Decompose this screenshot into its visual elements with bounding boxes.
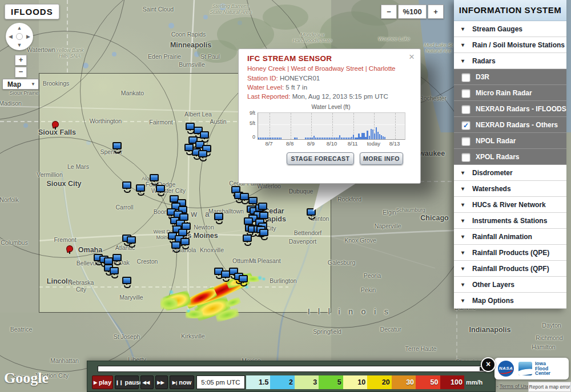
stream-sensor-marker[interactable] [127,236,136,244]
sidebar-section-instruments-stations[interactable]: ▾Instruments & Stations [454,213,566,229]
stream-sensor-marker[interactable] [184,144,194,151]
map-label: Minneapolis [170,41,211,49]
stream-sensor-marker[interactable] [136,184,145,192]
caret-down-icon: ▾ [461,165,464,181]
stream-sensor-marker[interactable] [122,277,131,284]
scale-segment-2: 2 [270,375,294,389]
stream-sensor-marker[interactable] [112,142,122,149]
caret-down-icon: ▾ [461,181,464,197]
section-label: Watersheds [472,185,511,193]
stream-sensor-marker[interactable] [243,235,252,242]
forward-button[interactable]: ▶▶ [155,375,168,389]
pan-right-icon[interactable]: ▶ [26,34,30,39]
sidebar-section-other-layers[interactable]: ▾Other Layers [454,277,566,293]
stream-sensor-marker[interactable] [156,185,165,192]
terms-of-use-link[interactable]: Terms of Use [500,383,530,389]
sidebar-section-rainfall-products-qpe[interactable]: ▾Rainfall Products (QPE) [454,245,566,261]
map-label: St Joseph [114,333,140,340]
play-button[interactable]: ▶play [92,375,113,389]
forward-icon: ▶▶ [157,380,164,385]
map-pan-control[interactable]: ▲ ▼ ◀ ▶ [6,23,33,50]
radar-option-micro-rain-radar[interactable]: Micro Rain Radar [454,85,566,101]
pan-up-icon[interactable]: ▲ [17,25,22,31]
scale-segment-50: 50 [416,375,440,389]
timeline-slider-track[interactable] [98,366,487,372]
map-label: Springfield [313,328,341,335]
opacity-plus-button[interactable]: + [428,5,444,19]
pan-down-icon[interactable]: ▼ [17,42,22,48]
popup-station-id: Station ID: HONEYCR01 [247,75,320,82]
section-label: HUCs & River Network [472,201,546,209]
radar-option-nexrad-radars-ifloods[interactable]: NEXRAD Radars - IFLOODS [454,101,566,117]
zoom-in-button[interactable]: + [15,55,27,66]
sidebar-section-radars[interactable]: ▾Radars [454,53,566,69]
sidebar-section-watersheds[interactable]: ▾Watersheds [454,181,566,197]
checkbox[interactable] [461,153,471,162]
section-label: Other Layers [472,281,514,289]
sensor-info-popup: × IFC STREAM SENSOR Honey Creek | West o… [238,49,421,184]
radar-option-xpol-radars[interactable]: XPOL Radars [454,149,566,165]
popup-close-icon[interactable]: × [409,51,415,63]
panel-close-button[interactable]: × [481,357,496,372]
radar-option-nexrad-radars-others[interactable]: ✓NEXRAD Radars - Others [454,117,566,133]
checkbox[interactable] [461,89,471,98]
pause-button[interactable]: ❙❙pause [115,375,139,389]
stream-sensor-marker[interactable] [239,275,248,282]
stream-sensor-marker[interactable] [248,197,258,204]
section-label: Stream Gauges [472,25,522,33]
more-info-button[interactable]: MORE INFO [360,152,403,165]
stream-sensor-marker[interactable] [180,238,190,245]
map-label: Naperville [375,223,401,229]
rainfall-cell [160,298,178,309]
map-label: Rochester [419,95,447,102]
checkbox[interactable]: ✓ [461,121,471,130]
stream-sensor-marker[interactable] [198,150,207,157]
stream-sensor-marker[interactable] [122,181,131,189]
sidebar-section-rainfall-products-qpf[interactable]: ▾Rainfall Products (QPF) [454,261,566,277]
stream-sensor-marker[interactable] [240,193,249,200]
pan-left-icon[interactable]: ◀ [9,34,13,39]
sidebar-section-disdrometer[interactable]: ▾Disdrometer [454,165,566,181]
map-type-dropdown[interactable]: Map ▼ [2,79,39,90]
map-label: Le Mars [67,163,89,170]
report-map-error-link[interactable]: Report a map error [528,382,571,392]
sidebar-section-map-options[interactable]: ▾Map Options [454,293,566,309]
opacity-minus-button[interactable]: − [381,5,397,19]
stream-sensor-marker[interactable] [150,174,159,181]
animation-control-panel: ▶play ❙❙pause ◀◀ ▶▶ ▶|now 5:05 pm UTC 1.… [87,361,496,392]
stream-sensor-marker[interactable] [258,203,267,210]
water-level-chart [258,112,405,140]
map-canvas[interactable]: Saint CloudSterling Barrens State Natura… [0,0,571,392]
nexrad-radar-marker[interactable] [66,245,74,254]
map-label: Elgin [383,209,396,216]
stream-sensor-marker[interactable] [259,229,268,236]
stream-sensor-marker[interactable] [110,267,119,274]
stream-sensor-marker[interactable] [171,241,180,249]
radar-option-d3r[interactable]: D3R [454,69,566,85]
map-label: Pekin [361,286,376,293]
stream-sensor-marker[interactable] [200,131,209,139]
sidebar-section-hucs-river-network[interactable]: ▾HUCs & River Network [454,197,566,213]
pause-icon: ❙❙ [115,380,123,385]
zoom-out-button[interactable]: − [15,67,27,78]
sidebar-section-rainfall-animation[interactable]: ▾Rainfall Animation [454,229,566,245]
rewind-button[interactable]: ◀◀ [140,375,154,389]
chart-x-tick: 8/13 [389,140,400,147]
checkbox[interactable] [461,137,471,146]
stage-forecast-button[interactable]: STAGE FORECAST [287,152,354,165]
information-system-sidebar: INFORMATION SYSTEM ▾Stream Gauges▾Rain /… [454,0,566,309]
sidebar-section-stream-gauges[interactable]: ▾Stream Gauges [454,21,566,37]
map-label: Brookings [43,80,70,87]
checkbox[interactable] [461,105,471,114]
ifloods-logo[interactable]: IFLOODS [5,4,59,19]
google-logo: Google [4,370,49,387]
checkbox[interactable] [461,73,471,82]
map-label: Maryville [119,294,143,301]
stream-sensor-marker[interactable] [214,213,223,220]
radar-option-npol-radar[interactable]: NPOL Radar [454,133,566,149]
radar-option-label: NEXRAD Radars - Others [476,121,558,129]
now-button[interactable]: ▶|now [170,375,194,389]
stream-sensor-marker[interactable] [112,254,122,261]
sidebar-section-rain-soil-moisture-stations[interactable]: ▾Rain / Soil Moisture Stations [454,37,566,53]
nexrad-radar-marker[interactable] [51,121,59,130]
